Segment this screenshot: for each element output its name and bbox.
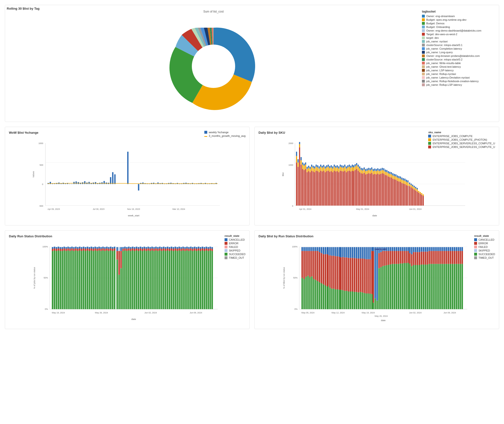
svg-rect-132 <box>314 166 315 169</box>
svg-rect-215 <box>350 168 351 172</box>
svg-rect-100 <box>299 147 300 206</box>
svg-rect-159 <box>322 166 323 168</box>
sku-legend-1: ENTERPRISE_JOBS_COMPUTE_(PHOTON) <box>428 138 495 141</box>
svg-rect-178 <box>332 172 333 206</box>
svg-rect-491 <box>138 247 139 249</box>
legend-item-6: target: dev <box>422 36 494 39</box>
svg-rect-21 <box>69 184 70 184</box>
svg-rect-305 <box>392 175 393 179</box>
svg-rect-551 <box>176 247 178 249</box>
svg-rect-104 <box>301 160 302 165</box>
svg-rect-497 <box>142 247 143 249</box>
svg-rect-180 <box>332 166 333 169</box>
svg-rect-366 <box>58 251 59 309</box>
svg-rect-463 <box>114 248 115 251</box>
svg-rect-794 <box>413 265 414 309</box>
svg-rect-507 <box>149 251 151 309</box>
svg-rect-265 <box>414 189 415 205</box>
svg-rect-583 <box>198 248 199 251</box>
svg-rect-698 <box>339 290 340 309</box>
svg-rect-622 <box>303 279 305 309</box>
run-legend-items-2: FAILED <box>225 245 246 248</box>
svg-rect-313 <box>397 181 398 205</box>
svg-rect-375 <box>118 275 120 309</box>
svg-rect-341 <box>421 195 422 206</box>
svg-rect-487 <box>136 248 137 251</box>
svg-rect-315 <box>397 175 398 178</box>
svg-rect-456 <box>110 251 111 309</box>
svg-rect-272 <box>417 189 418 192</box>
svg-rect-824 <box>432 264 434 309</box>
svg-rect-363 <box>56 251 57 309</box>
svg-rect-213 <box>349 165 350 167</box>
legend-item-0: Owner: eng-streamteam <box>422 15 494 18</box>
svg-rect-176 <box>331 167 332 171</box>
svg-rect-732 <box>363 259 365 293</box>
svg-rect-829 <box>434 247 436 251</box>
svg-rect-203 <box>344 167 345 171</box>
svg-rect-603 <box>211 251 213 309</box>
svg-rect-750 <box>380 252 382 267</box>
svg-rect-461 <box>112 247 113 249</box>
svg-rect-527 <box>161 247 162 249</box>
svg-rect-101 <box>299 144 300 147</box>
svg-text:Jun 02, 2024: Jun 02, 2024 <box>144 311 157 314</box>
svg-rect-436 <box>97 249 98 251</box>
svg-text:May 26, 2024: May 26, 2024 <box>95 311 108 314</box>
svg-rect-847 <box>446 247 447 251</box>
svg-rect-130 <box>314 172 315 206</box>
svg-rect-862 <box>456 247 457 251</box>
svg-rect-410 <box>79 247 80 248</box>
svg-rect-602 <box>209 247 211 248</box>
svg-rect-323 <box>401 180 402 183</box>
svg-rect-373 <box>116 251 118 260</box>
svg-rect-556 <box>181 249 182 251</box>
svg-rect-361 <box>54 248 55 251</box>
svg-rect-277 <box>379 174 380 206</box>
svg-rect-181 <box>334 171 335 205</box>
svg-rect-790 <box>406 247 407 251</box>
svg-rect-95 <box>296 156 297 163</box>
svg-rect-512 <box>151 247 153 248</box>
svg-rect-535 <box>167 248 168 251</box>
svg-rect-702 <box>342 257 343 290</box>
svg-rect-253 <box>376 174 377 206</box>
svg-rect-849 <box>448 251 449 264</box>
svg-rect-275 <box>377 171 378 174</box>
svg-rect-103 <box>301 165 302 205</box>
svg-rect-126 <box>311 165 312 167</box>
svg-rect-489 <box>138 251 139 309</box>
svg-rect-727 <box>358 247 359 258</box>
svg-rect-160 <box>323 171 324 205</box>
svg-rect-332 <box>406 182 407 185</box>
svg-rect-830 <box>436 264 438 309</box>
svg-rect-666 <box>376 301 378 309</box>
svg-rect-211 <box>349 171 350 205</box>
svg-rect-383 <box>62 247 63 249</box>
svg-rect-428 <box>90 247 92 248</box>
svg-rect-689 <box>333 289 335 309</box>
svg-rect-142 <box>320 171 321 205</box>
svg-rect-23 <box>112 172 113 184</box>
svg-rect-485 <box>134 247 135 249</box>
svg-rect-179 <box>332 168 333 172</box>
svg-rect-289 <box>385 175 386 205</box>
svg-rect-648 <box>319 247 320 252</box>
svg-rect-625 <box>305 277 307 309</box>
svg-rect-561 <box>184 251 186 309</box>
svg-rect-386 <box>64 247 65 248</box>
svg-rect-554 <box>178 247 180 248</box>
svg-rect-476 <box>128 247 129 248</box>
svg-rect-524 <box>159 247 161 248</box>
svg-rect-772 <box>394 247 395 251</box>
svg-rect-486 <box>136 251 137 309</box>
svg-rect-784 <box>401 247 403 251</box>
svg-rect-370 <box>60 249 61 251</box>
svg-rect-135 <box>316 165 317 167</box>
svg-rect-299 <box>389 174 390 177</box>
run-legend-title: result_state <box>225 234 246 237</box>
svg-rect-752 <box>382 266 384 309</box>
svg-rect-767 <box>392 264 393 309</box>
svg-rect-712 <box>348 247 349 258</box>
svg-rect-739 <box>367 247 369 259</box>
